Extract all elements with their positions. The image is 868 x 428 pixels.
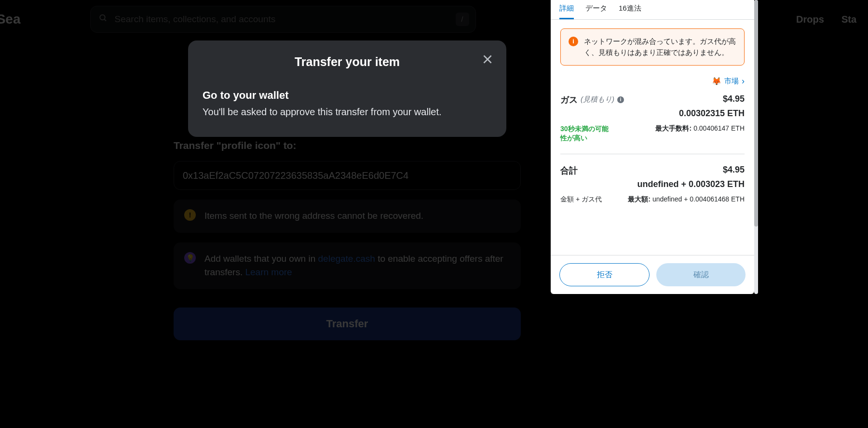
mm-confirm-button[interactable]: 確認 (656, 263, 746, 286)
modal-description: You'll be asked to approve this transfer… (203, 107, 492, 118)
mm-gas-row: ガス (見積もり) i $4.95 (560, 94, 745, 106)
mm-subrow-right: 最大額: undefined + 0.004061468 ETH (628, 195, 745, 204)
mm-footer: 拒否 確認 (551, 255, 754, 294)
mm-total-label: 合計 (560, 165, 578, 176)
mm-tab-hex[interactable]: 16進法 (619, 0, 641, 19)
alert-icon: i (569, 37, 578, 46)
mm-alert-text: ネットワークが混み合っています。ガス代が高く、見積もりはあまり正確ではありません… (584, 36, 736, 58)
mm-gas-label: ガス (560, 94, 578, 106)
chevron-right-icon: › (742, 76, 745, 86)
mm-network-alert: i ネットワークが混み合っています。ガス代が高く、見積もりはあまり正確ではありま… (560, 28, 745, 66)
modal-close-button[interactable] (481, 53, 494, 66)
fox-icon: 🦊 (712, 77, 721, 86)
mm-gas-estimate: (見積もり) (581, 95, 614, 104)
mm-total-eth: undefined + 0.003023 ETH (560, 179, 745, 189)
mm-body: i ネットワークが混み合っています。ガス代が高く、見積もりはあまり正確ではありま… (551, 20, 754, 255)
mm-gas-eth: 0.00302315 ETH (560, 108, 745, 119)
mm-scrollbar[interactable] (754, 0, 758, 294)
info-icon[interactable]: i (617, 96, 624, 103)
mm-total-subrow: 金額 + ガス代 最大額: undefined + 0.004061468 ET… (560, 195, 745, 204)
mm-gas-meta-row: 30秒未満の可能性が高い 最大手数料:0.00406147 ETH (560, 124, 745, 143)
mm-gas-speed: 30秒未満の可能性が高い (560, 124, 613, 143)
divider (560, 154, 745, 154)
mm-total-row: 合計 $4.95 (560, 165, 745, 176)
mm-total-usd: $4.95 (723, 165, 745, 175)
modal-heading: Go to your wallet (203, 89, 492, 102)
mm-subrow-left: 金額 + ガス代 (560, 195, 602, 204)
mm-gas-usd: $4.95 (723, 94, 745, 104)
metamask-popup: 詳細 データ 16進法 i ネットワークが混み合っています。ガス代が高く、見積も… (551, 0, 754, 294)
modal-title: Transfer your item (203, 55, 492, 69)
mm-market-row[interactable]: 🦊 市場 › (560, 76, 745, 86)
mm-tab-details[interactable]: 詳細 (559, 0, 574, 19)
mm-tab-data[interactable]: データ (585, 0, 607, 19)
mm-tabs: 詳細 データ 16進法 (551, 0, 754, 20)
transfer-modal: Transfer your item Go to your wallet You… (188, 40, 506, 137)
mm-gas-maxfee: 最大手数料:0.00406147 ETH (655, 124, 745, 133)
mm-scroll-thumb[interactable] (754, 0, 758, 227)
mm-reject-button[interactable]: 拒否 (559, 263, 650, 286)
